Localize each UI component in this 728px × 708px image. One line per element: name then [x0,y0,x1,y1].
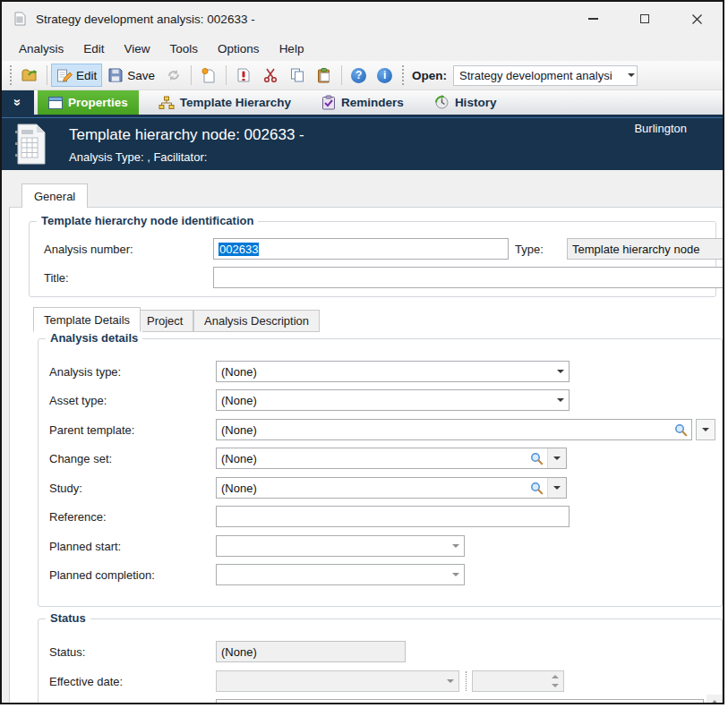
window-controls [567,2,723,36]
toolbar-separator [47,65,47,85]
minimize-icon [588,18,598,20]
close-button[interactable] [671,2,723,36]
location-label: Burlington [634,122,687,135]
hierarchy-icon [158,96,175,110]
paste-button[interactable] [311,64,338,87]
menu-tools[interactable]: Tools [160,39,209,58]
parent-template-label: Parent template: [49,423,134,437]
study-select[interactable]: (None) [216,477,567,499]
type-value: Template hierarchy node [568,243,724,256]
tab-general[interactable]: General [21,183,88,208]
asset-type-label: Asset type: [49,394,107,407]
effective-date-label: Effective date: [49,675,123,688]
analysis-type-select[interactable]: (None) [216,361,570,382]
tab-reminders[interactable]: Reminders [311,90,415,115]
collapse-panel-button[interactable]: » [2,90,34,115]
refresh-icon [166,67,182,83]
planned-start-label: Planned start: [49,540,121,553]
record-header: Template hierarchy node: 002633 - Analys… [2,117,723,170]
minimize-button[interactable] [567,2,619,36]
subtab-project[interactable]: Project [136,310,193,332]
effective-date-datepicker [216,670,459,692]
copy-button[interactable] [284,64,311,87]
reminders-clipboard-icon [321,95,336,110]
help-button[interactable]: ? [346,64,372,87]
parent-template-value: (None) [217,423,674,437]
save-icon [107,67,124,83]
open-analysis-button[interactable] [16,64,43,87]
study-label: Study: [49,482,82,495]
content-area: General Template hierarchy node identifi… [2,177,723,703]
title-field[interactable] [213,267,724,288]
parent-template-field[interactable]: (None) [216,419,692,440]
search-icon[interactable] [674,423,688,437]
subtab-template-details[interactable]: Template Details [33,307,141,332]
cut-button[interactable] [257,64,284,87]
record-subtitle: Analysis Type: , Facilitator: [69,150,207,164]
maximize-icon [640,14,649,23]
search-icon[interactable] [530,452,544,465]
search-icon[interactable] [530,482,544,495]
menu-options[interactable]: Options [208,39,270,58]
parent-template-dropdown-button[interactable] [696,419,715,440]
refresh-button[interactable] [160,64,187,87]
open-analysis-combobox[interactable]: Strategy development analysi [453,65,638,86]
chevron-down-icon [628,73,635,77]
planned-completion-datepicker[interactable] [216,564,465,585]
effective-time-spinner [472,670,564,692]
spinner-up-icon [552,675,559,678]
toolbar-separator [341,65,342,85]
spinner-down-icon [552,684,559,687]
reference-field[interactable] [216,506,570,527]
menu-edit[interactable]: Edit [73,39,114,58]
analysis-details-fieldset: Analysis details Analysis type: (None) A… [38,338,723,607]
help-icon: ? [351,68,366,83]
type-field: Template hierarchy node [567,238,724,260]
change-set-select[interactable]: (None) [216,448,567,469]
maximize-button[interactable] [619,2,671,36]
edit-button-label: Edit [76,69,97,82]
status-fieldset: Status Status: (None) Effective date: St… [38,618,723,704]
tab-template-hierarchy[interactable]: Template Hierarchy [148,90,302,115]
tab-history[interactable]: History [424,90,508,115]
new-document-button[interactable] [195,64,222,87]
tab-properties[interactable]: Properties [38,90,139,115]
scroll-up-button[interactable] [707,695,722,704]
change-set-value: (None) [217,452,530,465]
info-button[interactable]: i [372,64,398,87]
status-legend: Status [46,611,90,625]
subtab-analysis-description[interactable]: Analysis Description [193,310,320,332]
app-window: Strategy development analysis: 002633 - … [0,0,724,704]
save-button-label: Save [127,69,155,82]
report-icon [236,67,252,83]
chevron-down-icon [553,456,561,460]
double-chevron-icon: » [11,98,26,106]
planned-start-datepicker[interactable] [216,535,465,557]
open-folder-icon [21,67,38,83]
edit-icon [56,67,73,83]
report-button[interactable] [230,64,257,87]
toolbar-grip[interactable] [402,65,404,85]
tab-reminders-label: Reminders [341,96,404,109]
chevron-down-icon [557,398,564,402]
change-set-label: Change set: [49,452,112,465]
edit-button[interactable]: Edit [51,64,102,87]
info-icon: i [377,68,392,83]
type-label: Type: [515,243,544,256]
menu-analysis[interactable]: Analysis [9,39,73,58]
history-clock-icon [434,95,450,110]
menu-view[interactable]: View [115,39,160,58]
asset-type-select[interactable]: (None) [216,389,570,411]
asset-type-value: (None) [217,394,552,407]
menu-help[interactable]: Help [270,39,314,58]
identification-legend: Template hierarchy node identification [37,214,258,227]
title-bar: Strategy development analysis: 002633 - [2,2,723,36]
open-combobox-value: Strategy development analysi [459,69,628,82]
toolbar-grip[interactable] [10,65,12,85]
title-label: Title: [44,271,69,285]
reference-label: Reference: [49,510,107,524]
analysis-number-field[interactable]: 002633 [213,238,509,260]
save-button[interactable]: Save [102,64,160,87]
analysis-number-label: Analysis number: [44,243,133,256]
status-comments-field[interactable] [216,699,704,704]
